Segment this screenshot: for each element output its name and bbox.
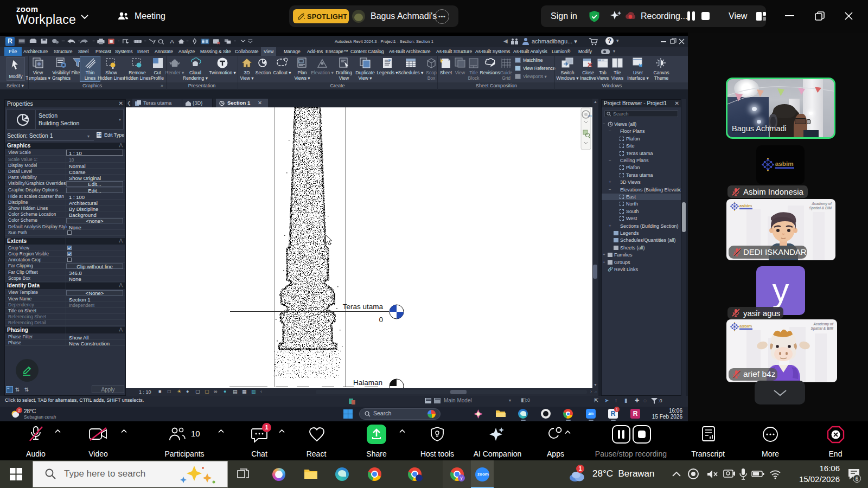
svg-text:Teras utama: Teras utama	[343, 303, 384, 311]
svg-text:asbim: asbim	[775, 160, 794, 167]
svg-text:2D: 2D	[588, 114, 592, 118]
svg-text:A: A	[170, 38, 175, 44]
svg-text:0: 0	[379, 316, 383, 324]
svg-text:asbim: asbim	[739, 324, 752, 329]
svg-text:asbim: asbim	[739, 203, 752, 208]
svg-text:Halaman: Halaman	[353, 378, 382, 387]
